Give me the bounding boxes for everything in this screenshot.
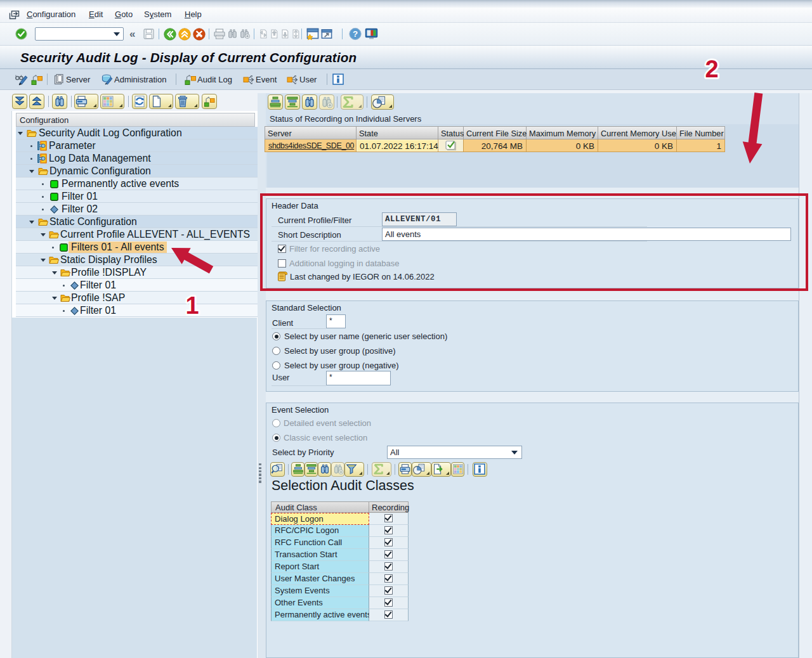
svg-text:?: ? xyxy=(353,29,358,39)
svg-text:2: 2 xyxy=(705,56,718,82)
svg-text:1: 1 xyxy=(185,292,199,319)
